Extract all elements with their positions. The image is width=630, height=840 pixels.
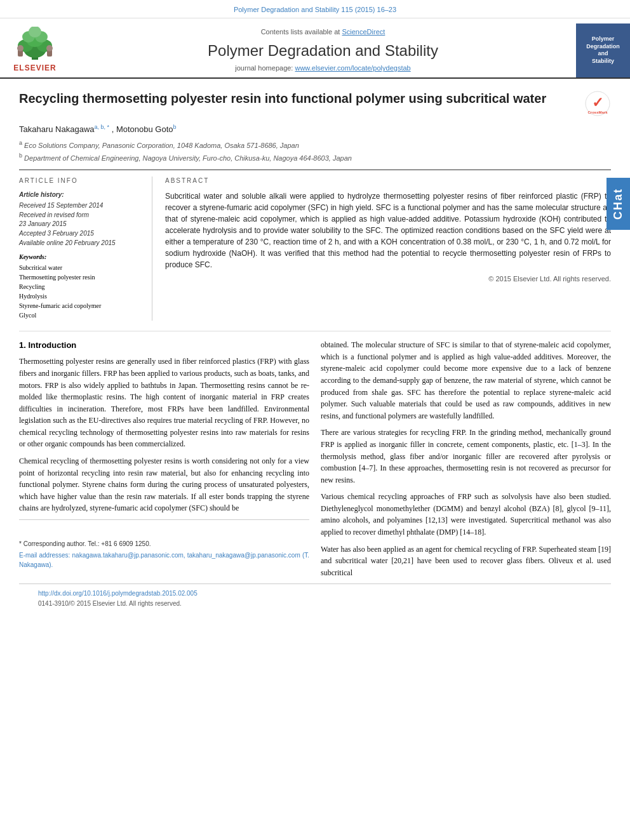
- abstract-label: ABSTRACT: [165, 177, 611, 185]
- footnote-corresponding: * Corresponding author. Tel.: +81 6 6909…: [19, 539, 309, 549]
- journal-cover: Polymer Degradation and Stability: [576, 23, 630, 77]
- right-p3: Various chemical recycling approaches of…: [321, 491, 611, 538]
- body-right-col: obtained. The molecular structure of SFC…: [321, 339, 611, 583]
- author2-name: , Motonobu Goto: [112, 124, 173, 134]
- crossmark-badge[interactable]: ✓ CrossMark: [584, 90, 611, 117]
- contents-text: Contents lists available at: [261, 28, 342, 36]
- article-info-label: ARTICLE INFO: [19, 177, 145, 185]
- authors-line: Takaharu Nakagawaa, b, * , Motonobu Goto…: [19, 123, 611, 136]
- intro-heading: 1. Introduction: [19, 339, 309, 352]
- top-bar: Polymer Degradation and Stability 115 (2…: [0, 0, 630, 18]
- history-label: Article history:: [19, 190, 145, 199]
- elsevier-tree-icon: [13, 27, 57, 62]
- svg-text:✓: ✓: [592, 95, 603, 110]
- intro-p2: Chemical recycling of thermosetting poly…: [19, 455, 309, 514]
- footer-doi[interactable]: http://dx.doi.org/10.1016/j.polymdegrads…: [38, 589, 592, 598]
- body-left-col: 1. Introduction Thermosetting polyester …: [19, 339, 309, 583]
- journal-cover-title: Polymer Degradation and Stability: [586, 36, 620, 65]
- elsevier-logo: ELSEVIER: [13, 27, 57, 74]
- article-container: Recycling thermosetting polyester resin …: [0, 79, 630, 625]
- footnotes: * Corresponding author. Tel.: +81 6 6909…: [19, 519, 309, 570]
- kw6: Glycol: [19, 311, 145, 320]
- received-date: Received 15 September 2014: [19, 201, 145, 210]
- right-p1: obtained. The molecular structure of SFC…: [321, 339, 611, 422]
- kw5: Styrene-fumaric acid copolymer: [19, 302, 145, 310]
- accepted-date: Accepted 3 February 2015: [19, 229, 145, 238]
- right-p4: Water has also been applied as an agent …: [321, 543, 611, 579]
- article-title-text: Recycling thermosetting polyester resin …: [19, 90, 584, 107]
- elsevier-wordmark: ELSEVIER: [13, 63, 56, 74]
- journal-citation: Polymer Degradation and Stability 115 (2…: [234, 6, 396, 13]
- svg-text:CrossMark: CrossMark: [587, 110, 608, 114]
- page: Polymer Degradation and Stability 115 (2…: [0, 0, 630, 840]
- svg-point-9: [17, 45, 23, 51]
- affil-a: a Eco Solutions Company, Panasonic Corpo…: [19, 139, 611, 150]
- journal-header-center: Contents lists available at ScienceDirec…: [70, 23, 576, 77]
- author2-sup: b: [173, 124, 177, 130]
- copyright: © 2015 Elsevier Ltd. All rights reserved…: [165, 274, 611, 284]
- homepage-link[interactable]: www.elsevier.com/locate/polydegstab: [295, 64, 410, 72]
- keywords-label: Keywords:: [19, 253, 145, 262]
- kw2: Thermosetting polyester resin: [19, 273, 145, 282]
- page-footer: http://dx.doi.org/10.1016/j.polymdegrads…: [19, 583, 611, 613]
- abstract-col: ABSTRACT Subcritical water and soluble a…: [165, 177, 611, 321]
- kw1: Subcritical water: [19, 263, 145, 272]
- intro-heading-text: 1. Introduction: [19, 340, 76, 350]
- science-direct-line: Contents lists available at ScienceDirec…: [76, 27, 570, 37]
- body-two-col: 1. Introduction Thermosetting polyester …: [19, 339, 611, 583]
- journal-header: ELSEVIER Contents lists available at Sci…: [0, 18, 630, 78]
- kw3: Recycling: [19, 283, 145, 291]
- article-info-col: ARTICLE INFO Article history: Received 1…: [19, 177, 152, 321]
- science-direct-link[interactable]: ScienceDirect: [342, 28, 385, 36]
- right-p2: There are various strategies for recycli…: [321, 427, 611, 486]
- homepage-label: journal homepage:: [235, 64, 295, 72]
- article-title-section: Recycling thermosetting polyester resin …: [19, 90, 611, 117]
- received-revised: Received in revised form23 January 2015: [19, 211, 145, 229]
- author1-sup: a, b, *: [95, 124, 110, 130]
- svg-point-11: [46, 45, 53, 51]
- article-history: Article history: Received 15 September 2…: [19, 190, 145, 248]
- homepage-line: journal homepage: www.elsevier.com/locat…: [76, 63, 570, 73]
- crossmark-icon: ✓ CrossMark: [585, 91, 610, 116]
- elsevier-logo-section: ELSEVIER: [0, 23, 70, 77]
- footer-issn: 0141-3910/© 2015 Elsevier Ltd. All right…: [38, 599, 592, 608]
- body-section: 1. Introduction Thermosetting polyester …: [19, 331, 611, 583]
- available-date: Available online 20 February 2015: [19, 239, 145, 248]
- affil-b: b Department of Chemical Engineering, Na…: [19, 152, 611, 163]
- affiliations: a Eco Solutions Company, Panasonic Corpo…: [19, 139, 611, 163]
- keywords-section: Keywords: Subcritical water Thermosettin…: [19, 253, 145, 320]
- intro-p1: Thermosetting polyester resins are gener…: [19, 356, 309, 450]
- author1-name: Takaharu Nakagawa: [19, 124, 95, 134]
- chat-button[interactable]: CHat: [607, 178, 630, 230]
- abstract-text: Subcritical water and soluble alkali wer…: [165, 190, 611, 270]
- journal-title: Polymer Degradation and Stability: [76, 40, 570, 62]
- article-info-abstract: ARTICLE INFO Article history: Received 1…: [19, 170, 611, 321]
- kw4: Hydrolysis: [19, 292, 145, 301]
- footnote-email: E-mail addresses: nakagawa.takaharu@jp.p…: [19, 550, 309, 570]
